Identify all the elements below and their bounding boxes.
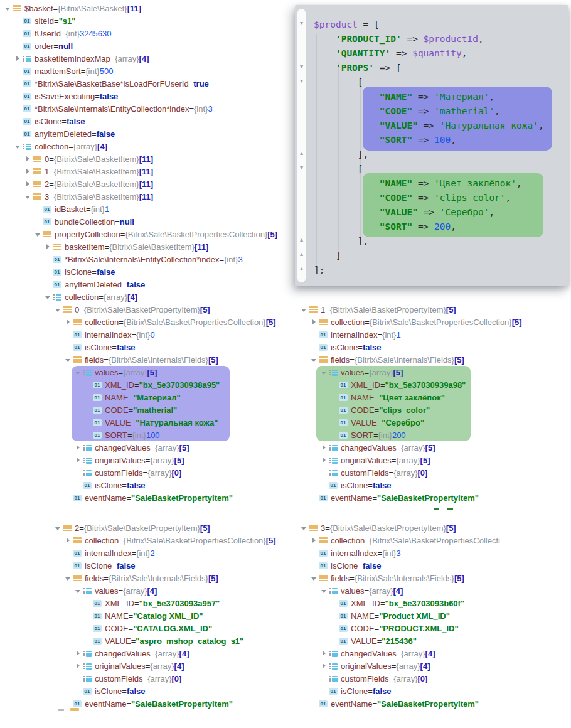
tree-row[interactable]: collection = {Bitrix\Sale\BasketProperti… [246, 316, 571, 328]
tree-row[interactable]: 2 = {Bitrix\Sale\BasketItem} [11] [0, 178, 295, 190]
code-token: , [478, 34, 484, 44]
tree-row[interactable]: 01fUserId = {int} 3245630 [0, 27, 295, 40]
triangle-right-icon[interactable] [14, 55, 22, 63]
triangle-right-icon[interactable] [320, 662, 328, 670]
tree-row[interactable]: fields = {Bitrix\Sale\Internals\Fields} … [246, 353, 571, 366]
tree-row[interactable]: 01anyItemDeleted = false [0, 278, 295, 291]
triangle-right-icon[interactable] [320, 650, 328, 658]
triangle-down-icon[interactable] [34, 230, 42, 238]
tree-row[interactable]: 01NAME = "Цвет заклёпок" [246, 391, 571, 404]
tree-row[interactable]: 01eventName = "SaleBasketPropertyItem" [246, 697, 571, 710]
tree-row[interactable]: originalValues = {array} [5] [246, 454, 571, 466]
tree-row[interactable]: 1 = {Bitrix\Sale\BasketPropertyItem} [5] [246, 303, 571, 316]
tree-row[interactable]: 01siteId = "s1" [0, 14, 295, 27]
tree-row[interactable]: basketItem = {Bitrix\Sale\BasketItem} [1… [0, 240, 295, 253]
tree-row[interactable]: 1 = {Bitrix\Sale\BasketItem} [11] [0, 165, 295, 178]
triangle-right-icon[interactable] [74, 456, 82, 464]
triangle-down-icon[interactable] [300, 524, 308, 532]
triangle-down-icon[interactable] [320, 368, 328, 377]
triangle-right-icon[interactable] [24, 168, 32, 176]
tree-row[interactable]: changedValues = {array} [5] [246, 441, 571, 454]
tree-row[interactable]: 01eventName = "SaleBasketPropertyItem" [246, 491, 571, 504]
primitive-icon: 01 [23, 118, 31, 125]
tree-token: = [131, 636, 136, 646]
tree-row[interactable]: 01CODE = "PRODUCT.XML_ID" [246, 622, 571, 634]
tree-row[interactable]: 01isClone = false [246, 685, 571, 697]
triangle-down-icon[interactable] [300, 306, 308, 314]
triangle-down-icon[interactable] [64, 356, 72, 364]
tree-row[interactable]: 01bundleCollection = null [0, 215, 295, 228]
tree-row[interactable]: 01anyItemDeleted = false [0, 127, 295, 140]
triangle-down-icon[interactable] [54, 524, 62, 532]
tree-row[interactable]: $basket = {Bitrix\Sale\Basket} [11] [0, 2, 295, 14]
triangle-right-icon[interactable] [310, 318, 318, 326]
tree-row[interactable]: 01NAME = "Product XML_ID" [246, 609, 571, 622]
tree-row[interactable]: customFields = {array} [0] [246, 672, 571, 685]
tree-row[interactable]: 01CODE = "clips_color" [246, 404, 571, 416]
triangle-right-icon[interactable] [44, 243, 52, 251]
tree-row[interactable]: 01isClone = false [246, 341, 571, 353]
tree-token: 0 [150, 330, 154, 340]
tree-row[interactable]: 01*Bitrix\Sale\Internals\EntityCollectio… [0, 102, 295, 115]
triangle-down-icon[interactable] [54, 306, 62, 314]
triangle-right-icon[interactable] [24, 180, 32, 188]
tree-row[interactable]: 01SORT = {int} 200 [246, 429, 571, 441]
tree-row[interactable]: basketItemIndexMap = {array} [4] [0, 52, 295, 65]
triangle-right-icon[interactable] [74, 444, 82, 452]
tree-row[interactable]: propertyCollection = {Bitrix\Sale\Basket… [0, 228, 295, 240]
triangle-down-icon[interactable] [310, 574, 318, 582]
triangle-right-icon[interactable] [74, 662, 82, 670]
tree-row[interactable]: 3 = {Bitrix\Sale\BasketItem} [11] [0, 190, 295, 203]
code-token: ] [314, 250, 341, 260]
tree-row[interactable]: 01internalIndex = {int} 1 [246, 328, 571, 341]
tree-row[interactable]: 01*Bitrix\Sale\Internals\EntityCollectio… [0, 253, 295, 265]
code-token [314, 193, 380, 203]
tree-token: 3 [45, 192, 49, 201]
tree-row[interactable]: customFields = {array} [0] [246, 466, 571, 479]
triangle-down-icon[interactable] [44, 293, 52, 301]
tree-row[interactable]: 01XML_ID = "bx_5e37030939a98" [246, 378, 571, 391]
triangle-right-icon[interactable] [64, 537, 72, 545]
tree-row[interactable]: 3 = {Bitrix\Sale\BasketPropertyItem} [5] [246, 522, 571, 534]
tree-row[interactable]: 01VALUE = "215436" [246, 634, 571, 647]
tree-row[interactable]: 01*Bitrix\Sale\BasketBase*isLoadForFUser… [0, 77, 295, 90]
triangle-right-icon[interactable] [64, 318, 72, 326]
expander-spacer [330, 419, 338, 427]
tree-row[interactable]: 01isSaveExecuting = false [0, 90, 295, 102]
tree-token: = [92, 129, 97, 139]
tree-row[interactable]: 0 = {Bitrix\Sale\BasketItem} [11] [0, 153, 295, 165]
tree-row[interactable]: values = {array} [5] [246, 366, 571, 378]
tree-row[interactable]: originalValues = {array} [4] [246, 660, 571, 672]
tree-row[interactable]: changedValues = {array} [4] [246, 647, 571, 660]
tree-row[interactable]: collection = {array} [4] [0, 291, 295, 303]
tree-row[interactable]: 01idBasket = {int} 1 [0, 203, 295, 215]
triangle-down-icon[interactable] [320, 587, 328, 595]
triangle-right-icon[interactable] [74, 650, 82, 658]
tree-row[interactable]: 01isClone = false [246, 559, 571, 572]
triangle-right-icon[interactable] [320, 444, 328, 452]
tree-row[interactable]: 01isClone = false [0, 265, 295, 278]
triangle-down-icon[interactable] [74, 368, 82, 377]
triangle-down-icon[interactable] [64, 574, 72, 582]
triangle-right-icon[interactable] [310, 537, 318, 545]
triangle-down-icon[interactable] [74, 587, 82, 595]
triangle-right-icon[interactable] [24, 155, 32, 163]
object-icon [319, 319, 328, 326]
triangle-down-icon[interactable] [14, 142, 22, 151]
triangle-down-icon[interactable] [4, 4, 12, 13]
tree-row[interactable]: 01internalIndex = {int} 3 [246, 547, 571, 559]
triangle-down-icon[interactable] [24, 193, 32, 201]
tree-row[interactable]: values = {array} [4] [246, 584, 571, 597]
tree-row[interactable]: 01order = null [0, 40, 295, 52]
tree-row[interactable]: 01maxItemSort = {int} 500 [0, 65, 295, 77]
tree-row[interactable]: 01XML_ID = "bx_5e3703093b60f" [246, 597, 571, 609]
tree-row[interactable]: 01isClone = false [246, 479, 571, 491]
triangle-right-icon[interactable] [320, 456, 328, 464]
tree-row[interactable]: 01VALUE = "Серебро" [246, 416, 571, 429]
triangle-down-icon[interactable] [310, 356, 318, 364]
tree-row[interactable]: 01isClone = false [0, 115, 295, 127]
primitive-icon: 01 [339, 638, 348, 645]
tree-row[interactable]: collection = {array} [4] [0, 140, 295, 153]
tree-row[interactable]: collection = {Bitrix\Sale\BasketProperti… [246, 534, 571, 547]
tree-row[interactable]: fields = {Bitrix\Sale\Internals\Fields} … [246, 572, 571, 584]
